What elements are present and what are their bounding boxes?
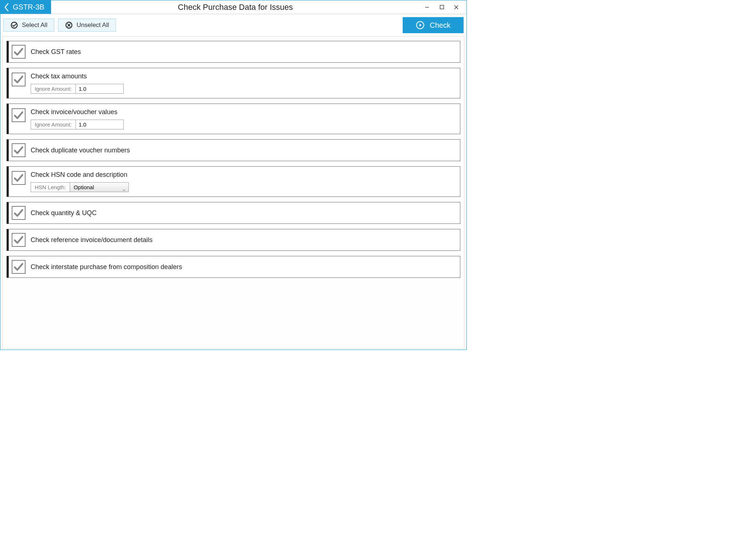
item-title: Check interstate purchase from compositi… — [31, 263, 456, 271]
svg-marker-9 — [419, 24, 422, 27]
check-button-label: Check — [430, 21, 450, 30]
item-title: Check reference invoice/document details — [31, 236, 456, 244]
maximize-button[interactable] — [434, 2, 449, 13]
page-title: Check Purchase Data for Issues — [51, 0, 420, 14]
item-title: Check quantity & UQC — [31, 209, 456, 217]
item-title: Check duplicate voucher numbers — [31, 147, 456, 154]
hsn-length-label: HSN Length: — [31, 183, 70, 192]
checkbox-quantity-uqc[interactable] — [12, 206, 26, 220]
check-icon — [13, 173, 24, 183]
unselect-all-button[interactable]: Unselect All — [58, 19, 116, 32]
check-button[interactable]: Check — [403, 17, 464, 33]
ignore-amount-input[interactable] — [76, 120, 123, 129]
check-item-reference-invoice: Check reference invoice/document details — [7, 229, 460, 251]
checkbox-hsn[interactable] — [12, 171, 26, 185]
check-icon — [13, 110, 24, 120]
item-title: Check GST rates — [31, 48, 456, 56]
check-item-interstate-purchase: Check interstate purchase from compositi… — [7, 256, 460, 278]
hsn-length-value: Optional — [74, 184, 94, 190]
ignore-amount-input[interactable] — [76, 84, 123, 93]
check-icon — [13, 208, 24, 218]
checkbox-reference-invoice[interactable] — [12, 233, 26, 247]
checkbox-gst-rates[interactable] — [12, 45, 26, 59]
select-all-label: Select All — [22, 22, 47, 29]
check-icon — [13, 145, 24, 155]
svg-rect-1 — [440, 5, 444, 9]
check-item-invoice-values: Check invoice/voucher values Ignore Amou… — [7, 104, 460, 134]
check-item-duplicate-vouchers: Check duplicate voucher numbers — [7, 139, 460, 161]
ignore-amount-label: Ignore Amount: — [31, 84, 76, 93]
check-icon — [13, 47, 24, 57]
svg-point-4 — [11, 22, 18, 28]
check-item-quantity-uqc: Check quantity & UQC — [7, 202, 460, 224]
checkbox-invoice-values[interactable] — [12, 108, 26, 122]
unselect-all-label: Unselect All — [77, 22, 109, 29]
content-area: Check GST rates Check tax amounts Ignore… — [3, 36, 464, 349]
chevron-left-icon — [4, 3, 9, 12]
item-title: Check tax amounts — [31, 73, 456, 80]
back-button[interactable]: GSTR-3B — [0, 0, 51, 14]
item-title: Check HSN code and description — [31, 171, 456, 179]
hsn-length-select[interactable]: Optional — [70, 183, 128, 192]
minimize-button[interactable] — [420, 2, 434, 13]
check-icon — [13, 262, 24, 272]
checkbox-interstate-purchase[interactable] — [12, 260, 26, 274]
check-circle-icon — [10, 21, 18, 29]
select-all-button[interactable]: Select All — [3, 19, 54, 32]
chevron-down-icon — [123, 186, 125, 188]
ignore-amount-label: Ignore Amount: — [31, 120, 76, 129]
check-icon — [13, 235, 24, 245]
close-button[interactable] — [449, 2, 464, 13]
check-icon — [13, 74, 24, 85]
check-item-hsn: Check HSN code and description HSN Lengt… — [7, 166, 460, 197]
checkbox-duplicate-vouchers[interactable] — [12, 143, 26, 157]
check-item-gst-rates: Check GST rates — [7, 41, 460, 63]
back-label: GSTR-3B — [13, 3, 44, 11]
x-circle-icon — [65, 21, 73, 29]
play-circle-icon — [416, 21, 425, 30]
checkbox-tax-amounts[interactable] — [12, 73, 26, 86]
item-title: Check invoice/voucher values — [31, 108, 456, 116]
check-item-tax-amounts: Check tax amounts Ignore Amount: — [7, 68, 460, 98]
